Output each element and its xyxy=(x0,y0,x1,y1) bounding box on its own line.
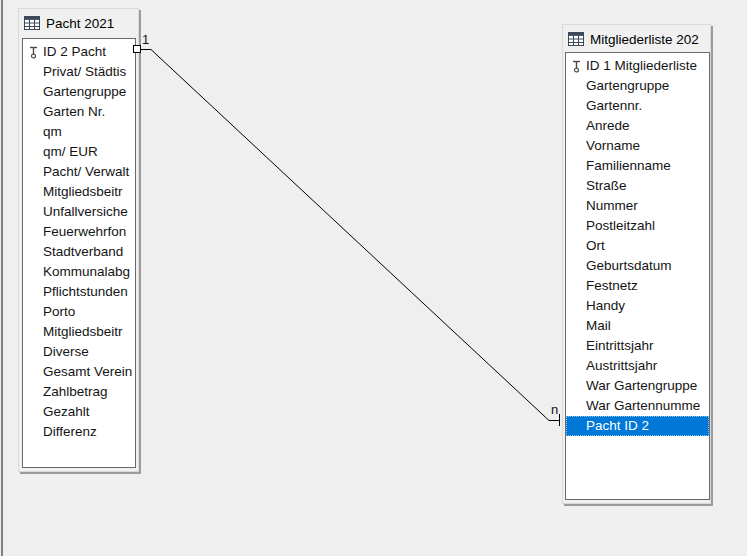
field-row[interactable]: Vorname xyxy=(566,136,709,156)
key-column-spacer xyxy=(23,422,43,442)
key-column-spacer xyxy=(23,62,43,82)
table-icon xyxy=(568,32,584,46)
field-row[interactable]: Stadtverband xyxy=(23,242,135,262)
field-row[interactable]: Differenz xyxy=(23,422,135,442)
field-list: ID 1 MitgliederlisteGartengruppeGartennr… xyxy=(565,52,710,500)
key-column-spacer xyxy=(23,122,43,142)
field-row[interactable]: Gezahlt xyxy=(23,402,135,422)
field-row[interactable]: Unfallversiche xyxy=(23,202,135,222)
field-name: Kommunalabg xyxy=(43,262,135,282)
field-name: Ort xyxy=(586,236,709,256)
field-row[interactable]: War Gartennumme xyxy=(566,396,709,416)
key-column-spacer xyxy=(566,356,586,376)
field-row[interactable]: Handy xyxy=(566,296,709,316)
field-name: Gesamt Verein xyxy=(43,362,135,382)
field-row[interactable]: Geburtsdatum xyxy=(566,256,709,276)
field-row[interactable]: Straße xyxy=(566,176,709,196)
field-row[interactable]: Mail xyxy=(566,316,709,336)
table-titlebar[interactable]: Pacht 2021 xyxy=(19,9,138,37)
field-row[interactable]: Nummer xyxy=(566,196,709,216)
field-name: ID 1 Mitgliederliste xyxy=(586,56,709,76)
table-window-mitgliederliste[interactable]: Mitgliederliste 202 ID 1 Mitgliederliste… xyxy=(562,24,711,504)
key-column-spacer xyxy=(23,142,43,162)
field-row[interactable]: Zahlbetrag xyxy=(23,382,135,402)
field-name: Stadtverband xyxy=(43,242,135,262)
key-column-spacer xyxy=(566,396,586,416)
field-row[interactable]: Postleitzahl xyxy=(566,216,709,236)
key-column-spacer xyxy=(23,202,43,222)
key-column-spacer xyxy=(23,82,43,102)
field-row[interactable]: Kommunalabg xyxy=(23,262,135,282)
field-row[interactable]: Pflichtstunden xyxy=(23,282,135,302)
key-column-spacer xyxy=(566,236,586,256)
field-name: Postleitzahl xyxy=(586,216,709,236)
table-icon xyxy=(24,16,40,30)
field-row[interactable]: Gartengruppe xyxy=(566,76,709,96)
key-column-spacer xyxy=(566,276,586,296)
key-column-spacer xyxy=(566,376,586,396)
field-row[interactable]: qm xyxy=(23,122,135,142)
key-column-spacer xyxy=(23,162,43,182)
field-row[interactable]: Privat/ Städtis xyxy=(23,62,135,82)
table-window-pacht[interactable]: Pacht 2021 ID 2 PachtPrivat/ StädtisGart… xyxy=(18,8,139,472)
key-column-spacer xyxy=(566,176,586,196)
key-column-spacer xyxy=(23,342,43,362)
key-column-spacer xyxy=(23,262,43,282)
field-row[interactable]: Gartennr. xyxy=(566,96,709,116)
key-column-spacer xyxy=(566,76,586,96)
field-row[interactable]: Austrittsjahr xyxy=(566,356,709,376)
field-row[interactable]: Mitgliedsbeitr xyxy=(23,182,135,202)
key-column-spacer xyxy=(23,362,43,382)
field-name: Garten Nr. xyxy=(43,102,135,122)
field-row[interactable]: Feuerwehrfon xyxy=(23,222,135,242)
field-row[interactable]: Ort xyxy=(566,236,709,256)
cardinality-many-label: n xyxy=(551,403,558,416)
field-name: Differenz xyxy=(43,422,135,442)
field-row[interactable]: ID 2 Pacht xyxy=(23,42,135,62)
primary-key-icon xyxy=(23,42,43,62)
key-column-spacer xyxy=(23,382,43,402)
field-row[interactable]: Mitgliedsbeitr xyxy=(23,322,135,342)
field-name: Mitgliedsbeitr xyxy=(43,182,135,202)
field-row[interactable]: Gartengruppe xyxy=(23,82,135,102)
key-column-spacer xyxy=(23,102,43,122)
field-name: Gartengruppe xyxy=(586,76,709,96)
field-row[interactable]: Pacht/ Verwalt xyxy=(23,162,135,182)
field-row[interactable]: War Gartengruppe xyxy=(566,376,709,396)
field-name: Handy xyxy=(586,296,709,316)
field-row[interactable]: Garten Nr. xyxy=(23,102,135,122)
field-name: Nummer xyxy=(586,196,709,216)
field-name: Familienname xyxy=(586,156,709,176)
field-row[interactable]: ID 1 Mitgliederliste xyxy=(566,56,709,76)
key-column-spacer xyxy=(566,136,586,156)
field-row[interactable]: Porto xyxy=(23,302,135,322)
key-column-spacer xyxy=(566,96,586,116)
field-row[interactable]: Pacht ID 2 xyxy=(566,416,709,436)
field-name: Gartengruppe xyxy=(43,82,135,102)
field-name: Diverse xyxy=(43,342,135,362)
field-row[interactable]: Gesamt Verein xyxy=(23,362,135,382)
field-row[interactable]: Anrede xyxy=(566,116,709,136)
key-column-spacer xyxy=(566,216,586,236)
table-title: Mitgliederliste 202 xyxy=(590,32,699,47)
key-column-spacer xyxy=(566,116,586,136)
primary-key-icon xyxy=(566,56,586,76)
key-column-spacer xyxy=(566,196,586,216)
key-column-spacer xyxy=(566,416,586,436)
field-row[interactable]: Familienname xyxy=(566,156,709,176)
field-name: Austrittsjahr xyxy=(586,356,709,376)
field-name: Privat/ Städtis xyxy=(43,62,135,82)
table-titlebar[interactable]: Mitgliederliste 202 xyxy=(563,25,710,53)
key-column-spacer xyxy=(23,322,43,342)
field-name: qm xyxy=(43,122,135,142)
field-name: Zahlbetrag xyxy=(43,382,135,402)
field-name: Feuerwehrfon xyxy=(43,222,135,242)
field-row[interactable]: Diverse xyxy=(23,342,135,362)
field-name: Gartennr. xyxy=(586,96,709,116)
field-row[interactable]: Festnetz xyxy=(566,276,709,296)
field-row[interactable]: qm/ EUR xyxy=(23,142,135,162)
table-title: Pacht 2021 xyxy=(46,16,114,31)
field-row[interactable]: Eintrittsjahr xyxy=(566,336,709,356)
field-name: Gezahlt xyxy=(43,402,135,422)
field-name: qm/ EUR xyxy=(43,142,135,162)
